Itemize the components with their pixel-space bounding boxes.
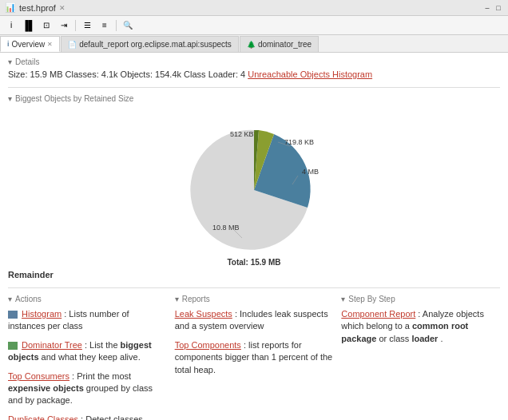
toolbar: i ▐▌ ⊡ ⇥ ☰ ≡ 🔍: [0, 16, 508, 35]
actions-label: Actions: [15, 295, 42, 303]
report-leak-suspects: Leak Suspects : Includes leak suspects a…: [175, 308, 334, 333]
toolbar-info-button[interactable]: i: [3, 18, 19, 33]
toolbar-grid-button[interactable]: ⊡: [38, 18, 54, 33]
maximize-button[interactable]: □: [494, 3, 503, 13]
dominator-link[interactable]: Dominator Tree: [22, 340, 82, 350]
step-section-header: Step By Step: [341, 295, 500, 303]
top-components-link[interactable]: Top Components: [175, 340, 241, 350]
toolbar-separator-1: [75, 20, 76, 31]
title-text: test.hprof: [19, 3, 56, 13]
tab-default-report[interactable]: 📄 default_report org.eclipse.mat.api:sus…: [61, 36, 239, 52]
action-dominator: Dominator Tree : List the biggest object…: [8, 339, 167, 364]
biggest-objects-section: Biggest Objects by Retained Size 4 MB 71…: [8, 94, 500, 279]
dominator-desc-1: : List the: [85, 340, 121, 350]
top-consumers-link[interactable]: Top Consumers: [8, 371, 69, 381]
biggest-objects-header: Biggest Objects by Retained Size: [8, 94, 500, 103]
reports-label: Reports: [182, 295, 210, 303]
step-component-report: Component Report : Analyze objects which…: [341, 308, 500, 345]
reports-section-header: Reports: [175, 295, 334, 303]
histogram-link[interactable]: Histogram: [22, 309, 62, 319]
title-bar-left: 📊 test.hprof ✕: [5, 2, 65, 13]
toolbar-search-button[interactable]: 🔍: [120, 18, 136, 33]
divider-1: [8, 87, 500, 88]
main-content: Details Size: 15.9 MB Classes: 4.1k Obje…: [0, 53, 508, 420]
title-tab-close[interactable]: ✕: [59, 4, 65, 12]
tab-overview[interactable]: i Overview ✕: [0, 36, 60, 52]
top-consumers-bold: expensive objects: [8, 383, 84, 393]
label-108mb: 10.8 MB: [212, 224, 240, 232]
unreachable-objects-link[interactable]: Unreachable Objects Histogram: [248, 69, 372, 79]
divider-2: [8, 287, 500, 288]
component-report-link[interactable]: Component Report: [341, 309, 415, 319]
dominator-icon: [8, 342, 18, 350]
tab-overview-close[interactable]: ✕: [47, 41, 53, 48]
component-report-bold-2: loader: [411, 334, 438, 343]
tab-default-report-label: default_report org.eclipse.mat.api:suspe…: [79, 40, 232, 49]
title-bar: 📊 test.hprof ✕ – □: [0, 0, 508, 16]
reports-column: Reports Leak Suspects : Includes leak su…: [175, 295, 334, 420]
tab-dominator-icon: 🌲: [247, 41, 256, 49]
tab-report-icon: 📄: [68, 41, 77, 49]
details-section-header: Details: [8, 57, 500, 66]
details-section-label: Details: [15, 57, 40, 66]
toolbar-tab-button[interactable]: ⇥: [56, 18, 72, 33]
histogram-icon: [8, 311, 18, 319]
duplicate-classes-link[interactable]: Duplicate Classes: [8, 414, 78, 420]
action-duplicate-classes: Duplicate Classes : Detect classes loade…: [8, 414, 167, 420]
tab-dominator-tree[interactable]: 🌲 dominator_tree: [240, 36, 319, 52]
remainder-text: Remainder: [8, 270, 54, 279]
component-report-desc-2: or class: [379, 334, 411, 343]
minimize-button[interactable]: –: [482, 3, 492, 13]
label-4mb: 4 MB: [302, 168, 319, 176]
leak-suspects-link[interactable]: Leak Suspects: [175, 309, 232, 319]
top-consumers-desc-1: : Print the most: [72, 371, 131, 381]
action-histogram: Histogram : Lists number of instances pe…: [8, 308, 167, 333]
step-label: Step By Step: [348, 295, 395, 303]
step-by-step-column: Step By Step Component Report : Analyze …: [341, 295, 500, 420]
toolbar-bar-chart-button[interactable]: ▐▌: [21, 18, 37, 33]
toolbar-menu-button[interactable]: ☰: [79, 18, 95, 33]
details-size-text: Size: 15.9 MB Classes: 4.1k Objects: 154…: [8, 69, 245, 79]
toolbar-list-button[interactable]: ≡: [97, 18, 113, 33]
actions-column: Actions Histogram : Lists number of inst…: [8, 295, 167, 420]
details-section: Details Size: 15.9 MB Classes: 4.1k Obje…: [8, 57, 500, 79]
pie-chart-container: 4 MB 719.8 KB 512 KB 10.8 MB: [8, 106, 500, 266]
tab-overview-label: Overview: [12, 40, 46, 49]
three-col-section: Actions Histogram : Lists number of inst…: [8, 295, 500, 420]
label-719kb: 719.8 KB: [284, 138, 314, 146]
file-icon: 📊: [5, 2, 16, 13]
report-top-components: Top Components : list reports for compon…: [175, 339, 334, 376]
tab-overview-icon: i: [7, 40, 10, 48]
toolbar-separator-2: [116, 20, 117, 31]
tab-dominator-tree-label: dominator_tree: [258, 40, 312, 49]
actions-section-header: Actions: [8, 295, 167, 303]
tabs-bar: i Overview ✕ 📄 default_report org.eclips…: [0, 35, 508, 53]
remainder-label: Remainder: [8, 270, 500, 279]
biggest-objects-label: Biggest Objects by Retained Size: [15, 94, 133, 103]
dominator-desc-2: and what they keep alive.: [42, 352, 141, 362]
title-bar-controls: – □: [482, 3, 503, 13]
details-text: Size: 15.9 MB Classes: 4.1k Objects: 154…: [8, 69, 500, 79]
action-top-consumers: Top Consumers : Print the most expensive…: [8, 370, 167, 407]
pie-chart-svg: 4 MB 719.8 KB 512 KB 10.8 MB: [166, 114, 342, 258]
component-report-desc-3: .: [440, 334, 443, 343]
